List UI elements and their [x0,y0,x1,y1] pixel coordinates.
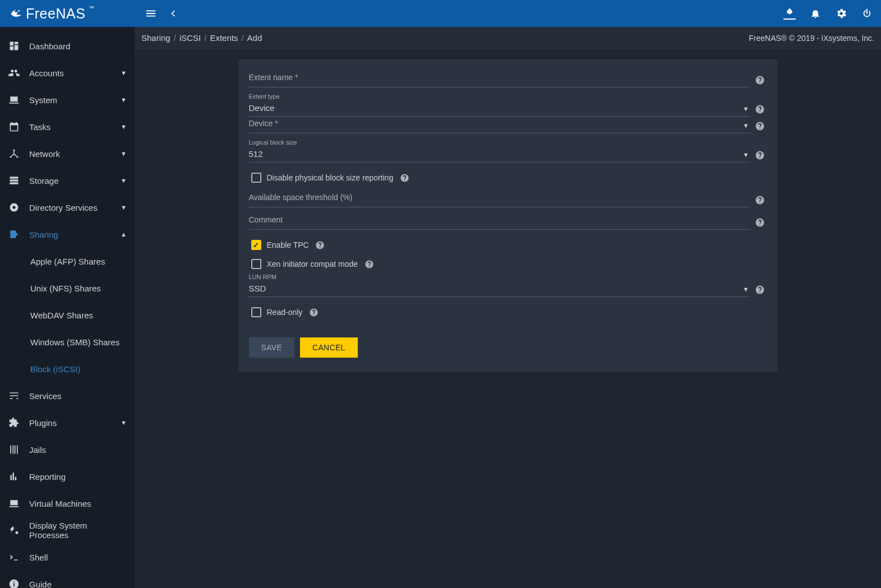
device-select[interactable] [249,127,750,133]
sidebar-item-network[interactable]: Network▼ [0,140,135,167]
readonly-checkbox[interactable] [251,307,261,317]
chevron-down-icon: ▼ [121,177,127,184]
power-icon[interactable] [861,7,873,20]
sidebar-item-label: Accounts [29,68,112,78]
disable-pbsr-label: Disable physical block size reporting [267,173,394,182]
breadcrumb-segment[interactable]: Add [247,33,262,43]
breadcrumb-separator: / [174,33,176,43]
save-button[interactable]: SAVE [249,337,295,358]
notifications-icon[interactable] [809,7,822,20]
settings-icon[interactable] [835,7,847,20]
help-icon[interactable] [753,195,767,205]
storage-icon [8,174,20,187]
chevron-down-icon: ▼ [121,150,127,157]
xen-compat-checkbox[interactable] [251,259,261,269]
breadcrumb-segment[interactable]: Extents [210,33,238,43]
extent-form-card: Extent name * Extent type Device ▼ [239,59,777,372]
chevron-down-icon: ▼ [121,204,127,211]
svg-point-2 [10,156,12,158]
svg-rect-8 [13,583,15,586]
sidebar-item-guide[interactable]: Guide [0,571,135,588]
record-icon [8,201,20,214]
sidebar-item-plugins[interactable]: Plugins▼ [0,409,135,436]
sidebar-item-sharing[interactable]: Sharing▲ [0,221,135,248]
svg-point-0 [18,10,20,12]
sidebar-item-label: Plugins [29,418,112,428]
sidebar-subitem-windows-smb-shares[interactable]: Windows (SMB) Shares [0,328,135,355]
disable-pbsr-checkbox[interactable] [251,173,261,183]
help-icon[interactable] [308,308,319,317]
share-icon [8,228,20,240]
enable-tpc-label: Enable TPC [267,240,309,249]
help-icon[interactable] [753,104,767,114]
sidebar-item-label: Virtual Machines [29,499,127,508]
sidebar-item-system[interactable]: System▼ [0,86,135,113]
people-icon [8,67,20,79]
sidebar-item-label: Jails [29,445,127,455]
content-area: Sharing / iSCSI / Extents / Add FreeNAS®… [135,27,881,588]
lun-rpm-select[interactable]: SSD [249,281,750,297]
chevron-down-icon: ▼ [121,70,127,76]
theme-icon[interactable] [783,7,796,20]
enable-tpc-checkbox[interactable] [251,240,261,250]
help-icon[interactable] [753,121,767,131]
sidebar-item-label: Guide [29,580,127,589]
shell-icon [8,551,20,563]
sidebar-item-label: Display System Processes [29,521,127,540]
menu-toggle-icon[interactable] [145,7,157,20]
sidebar-item-storage[interactable]: Storage▼ [0,167,135,194]
sidebar-subitem-apple-afp-shares[interactable]: Apple (AFP) Shares [0,248,135,275]
breadcrumb-bar: Sharing / iSCSI / Extents / Add FreeNAS®… [135,27,881,49]
breadcrumb-segment[interactable]: Sharing [141,33,170,43]
sidebar-item-label: Sharing [29,230,112,239]
avail-input[interactable] [249,192,750,207]
lbs-select[interactable]: 512 [249,147,750,163]
svg-point-6 [16,531,19,534]
sidebar-item-reporting[interactable]: Reporting [0,463,135,490]
lun-rpm-label: LUN RPM [249,274,750,280]
laptop-icon [8,497,20,510]
svg-rect-9 [13,581,15,582]
sidebar-item-dashboard[interactable]: Dashboard [0,33,135,59]
svg-point-3 [16,156,18,158]
help-icon[interactable] [315,240,326,250]
help-icon[interactable] [399,173,410,183]
collapse-sidebar-icon[interactable] [167,7,179,20]
tune-icon [8,390,20,402]
help-icon[interactable] [753,75,767,85]
sidebar-item-directory-services[interactable]: Directory Services▼ [0,194,135,221]
cancel-button[interactable]: CANCEL [300,337,358,358]
sidebar-subitem-webdav-shares[interactable]: WebDAV Shares [0,302,135,328]
extent-type-select[interactable]: Device [249,101,750,117]
extent-name-input[interactable] [249,72,750,87]
sidebar-item-display-system-processes[interactable]: Display System Processes [0,517,135,544]
sidebar-item-tasks[interactable]: Tasks▼ [0,113,135,140]
dashboard-icon [8,40,20,52]
breadcrumb-separator: / [241,33,243,43]
chevron-down-icon: ▼ [121,419,127,426]
breadcrumb-segment[interactable]: iSCSI [179,33,201,43]
sidebar-item-label: Directory Services [29,203,112,212]
sidebar-item-label: Tasks [29,122,112,132]
sidebar-item-label: Services [29,391,127,401]
sidebar-item-shell[interactable]: Shell [0,544,135,571]
sidebar-item-accounts[interactable]: Accounts▼ [0,59,135,86]
chart-icon [8,470,20,483]
breadcrumb: Sharing / iSCSI / Extents / Add [141,33,749,43]
breadcrumb-separator: / [204,33,206,43]
comment-input[interactable] [249,214,750,230]
sidebar-item-services[interactable]: Services [0,382,135,409]
sidebar-item-virtual-machines[interactable]: Virtual Machines [0,490,135,517]
help-icon[interactable] [753,217,767,228]
help-icon[interactable] [363,260,375,269]
brand-logo[interactable]: FreeNAS ™ [0,6,135,22]
chevron-up-icon: ▲ [121,231,127,238]
speed-icon [8,524,20,536]
sidebar-item-jails[interactable]: Jails [0,436,135,463]
sidebar-subitem-unix-nfs-shares[interactable]: Unix (NFS) Shares [0,275,135,302]
svg-point-1 [13,150,15,151]
copyright-text: FreeNAS® © 2019 - iXsystems, Inc. [749,34,874,43]
sidebar-subitem-block-iscsi-[interactable]: Block (iSCSI) [0,355,135,382]
help-icon[interactable] [753,285,767,295]
help-icon[interactable] [753,150,767,160]
